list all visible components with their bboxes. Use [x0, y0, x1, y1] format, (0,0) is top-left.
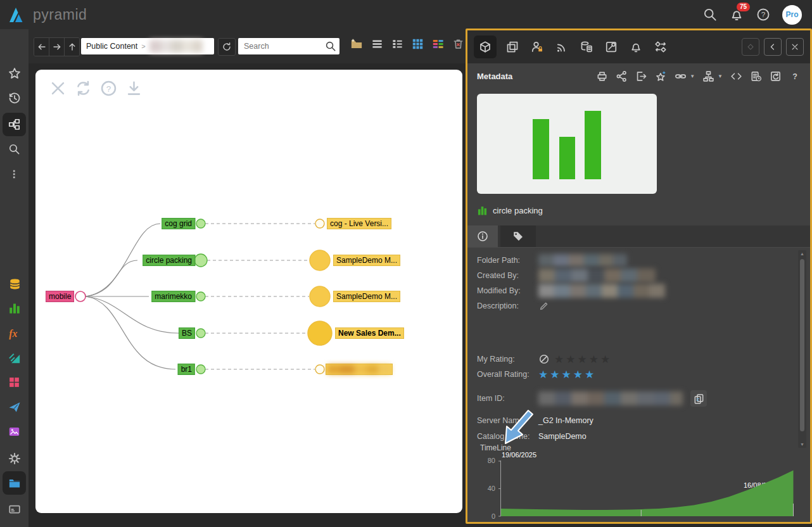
breadcrumb[interactable]: Public Content >	[81, 38, 214, 54]
target-node-br1[interactable]	[315, 365, 324, 374]
lineage-flow-icon[interactable]	[702, 70, 714, 82]
tree-node-bs[interactable]: BS	[179, 327, 195, 339]
export-icon[interactable]	[635, 70, 647, 82]
panel-scrollbar[interactable]: ▲ ▼	[798, 250, 806, 448]
settings-gear-icon[interactable]	[8, 452, 21, 465]
target-node-bs[interactable]	[308, 321, 332, 345]
server-name-row: Server Name: _G2 In-Memory	[477, 414, 593, 428]
tree-target-br1-redacted[interactable]	[326, 364, 393, 375]
my-rating-stars[interactable]: ★★★★★	[554, 354, 610, 365]
formulate-fx-icon[interactable]: fx	[8, 327, 21, 340]
item-thumbnail[interactable]	[477, 94, 657, 194]
more-options-ellipsis-icon[interactable]	[8, 168, 21, 181]
global-search-icon[interactable]	[702, 7, 718, 22]
item-title: circle packing	[493, 206, 543, 215]
history-icon[interactable]	[8, 92, 21, 105]
feed-rss-icon[interactable]	[555, 40, 569, 54]
copy-link-icon[interactable]	[674, 70, 687, 82]
scroll-up-arrow[interactable]: ▲	[798, 251, 806, 256]
target-node-marimekko[interactable]	[310, 286, 330, 307]
content-folder-icon[interactable]	[8, 477, 21, 490]
lineage-caret-icon[interactable]: ▼	[718, 73, 723, 79]
target-node-circlepacking[interactable]	[310, 250, 330, 270]
grid-view-icon[interactable]	[411, 37, 424, 50]
favorites-star-icon[interactable]	[8, 67, 21, 80]
history-log-icon[interactable]	[749, 70, 762, 82]
tree-node-marimekko[interactable]: marimekko	[151, 291, 195, 302]
search-input[interactable]	[238, 38, 339, 54]
notification-badge: 75	[737, 3, 750, 11]
copy-link-caret-icon[interactable]: ▼	[690, 73, 695, 79]
database-copy-icon[interactable]	[580, 40, 593, 54]
tree-port-circlepacking[interactable]	[194, 254, 207, 267]
notifications-bell-icon[interactable]: 75	[729, 7, 744, 22]
tree-port-marimekko[interactable]	[196, 292, 205, 301]
breadcrumb-root[interactable]: Public Content	[86, 42, 137, 51]
scrollbar-thumb[interactable]	[800, 259, 804, 431]
up-level-button[interactable]	[65, 38, 79, 56]
metadata-help-icon[interactable]: ?	[789, 70, 801, 82]
tabulate-icon[interactable]	[8, 352, 21, 364]
scroll-down-arrow[interactable]: ▼	[798, 442, 806, 447]
discover-chart-icon[interactable]	[8, 302, 21, 315]
data-source-icon[interactable]	[8, 277, 21, 290]
user-permissions-icon[interactable]	[530, 40, 544, 54]
forward-button[interactable]	[49, 38, 65, 56]
content-explorer-cube-icon[interactable]	[474, 35, 497, 58]
tools-box-icon[interactable]	[604, 40, 618, 54]
tile-view-icon[interactable]	[431, 37, 444, 50]
add-favorite-star-icon[interactable]	[654, 70, 667, 82]
user-avatar[interactable]: Pro	[782, 5, 802, 25]
tree-node-mobile[interactable]: mobile	[46, 291, 74, 302]
tree-root-port[interactable]	[75, 291, 86, 302]
back-button[interactable]	[34, 38, 49, 56]
redacted-target-label	[327, 365, 391, 374]
tree-port-br1[interactable]	[196, 365, 205, 374]
share-icon[interactable]	[615, 70, 628, 82]
shapes-workflow-icon[interactable]	[654, 40, 668, 54]
app-logo[interactable]: pyramid	[0, 6, 87, 23]
presentation-screen-icon[interactable]	[8, 504, 21, 516]
ytick-0: 0	[479, 512, 495, 520]
tree-node-br1[interactable]: br1	[178, 364, 195, 375]
copies-layers-icon[interactable]	[505, 40, 519, 54]
edit-description-pencil-icon[interactable]	[538, 301, 549, 312]
overall-rating-label: Overall Rating:	[477, 370, 538, 379]
embed-code-icon[interactable]	[730, 70, 742, 82]
ytick-40: 40	[479, 485, 495, 492]
copy-item-id-button[interactable]	[690, 390, 707, 407]
sidebar-search-icon[interactable]	[8, 143, 21, 156]
publish-plane-icon[interactable]	[8, 401, 21, 414]
catalog-name-value: SampleDemo	[538, 432, 587, 441]
close-panel-button[interactable]	[786, 38, 804, 56]
print-icon[interactable]	[595, 70, 608, 82]
tree-view-icon[interactable]	[8, 118, 21, 131]
collapse-chevron-button[interactable]	[764, 38, 782, 56]
tree-port-coggrid[interactable]	[196, 219, 205, 228]
clear-rating-icon[interactable]	[538, 353, 550, 365]
tab-info[interactable]	[467, 225, 498, 247]
tab-tags[interactable]	[500, 225, 536, 247]
delete-trash-icon[interactable]	[452, 37, 464, 50]
refresh-button[interactable]	[218, 38, 236, 56]
target-node-coggrid[interactable]	[315, 219, 324, 228]
folder-path-redacted-value	[538, 254, 627, 267]
alerts-bell-icon[interactable]	[629, 40, 643, 54]
tree-target-new-sales[interactable]: New Sales Dem...	[335, 327, 404, 339]
tree-port-bs[interactable]	[196, 329, 205, 338]
new-folder-icon[interactable]	[350, 37, 363, 50]
tree-target-cog-live[interactable]: cog - Live Versi...	[327, 218, 391, 229]
tree-node-circle-packing[interactable]: circle packing	[143, 255, 195, 266]
item-id-redacted-value	[538, 391, 683, 405]
list-view-icon[interactable]	[371, 37, 383, 50]
illustrate-image-icon[interactable]	[8, 426, 21, 438]
tree-target-sampledemo-2[interactable]: SampleDemo M...	[333, 291, 400, 302]
left-sidebar: fx	[0, 29, 29, 527]
help-icon[interactable]: ?	[756, 7, 771, 22]
tree-target-sampledemo-1[interactable]: SampleDemo M...	[333, 255, 400, 266]
dock-diamond-button[interactable]	[742, 38, 759, 56]
re-run-sync-icon[interactable]	[769, 70, 782, 82]
detail-view-icon[interactable]	[391, 37, 403, 50]
present-grid-icon[interactable]	[8, 376, 21, 389]
tree-node-cog-grid[interactable]: cog grid	[162, 218, 195, 229]
